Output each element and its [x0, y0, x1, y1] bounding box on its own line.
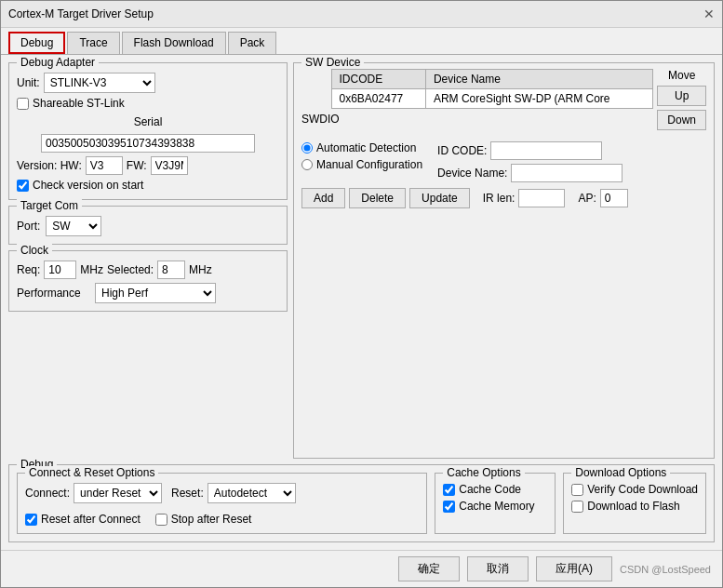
port-row: Port: SW	[17, 216, 279, 236]
top-row: Debug Adapter Unit: STLINK-V3 Shareable …	[8, 62, 715, 459]
tab-trace[interactable]: Trace	[67, 32, 119, 54]
shareable-label: Shareable ST-Link	[33, 97, 125, 110]
device-name-row: Device Name:	[437, 164, 706, 182]
titlebar: Cortex-M Target Driver Setup ✕	[1, 1, 722, 28]
stop-after-reset-checkbox[interactable]	[155, 514, 167, 526]
hw-input[interactable]	[86, 156, 123, 175]
check-version-checkbox[interactable]	[17, 180, 29, 192]
reset-after-connect-checkbox[interactable]	[25, 514, 37, 526]
verify-row: Verify Code Download	[571, 483, 698, 496]
tab-flash-download[interactable]: Flash Download	[122, 32, 226, 54]
download-options-group: Download Options Verify Code Download Do…	[563, 473, 706, 534]
connect-select[interactable]: under Reset	[74, 483, 162, 503]
radio-section: Automatic Detection Manual Configuration	[301, 138, 422, 171]
update-button[interactable]: Update	[409, 188, 470, 208]
down-button[interactable]: Down	[657, 110, 706, 130]
selected-input[interactable]	[157, 261, 185, 279]
cache-memory-row: Cache Memory	[443, 500, 547, 513]
serial-row	[17, 134, 279, 153]
debug-section: Debug Connect & Reset Options Connect: u…	[8, 464, 715, 542]
device-name-input[interactable]	[511, 164, 623, 182]
verify-checkbox[interactable]	[571, 484, 583, 496]
mhz-label1: MHz	[80, 263, 103, 276]
id-section: ID CODE: Device Name:	[437, 138, 706, 182]
fw-input[interactable]	[151, 156, 188, 175]
sw-device-table: IDCODE Device Name 0x6BA02477 ARM CoreSi…	[331, 69, 654, 109]
debug-adapter-group: Debug Adapter Unit: STLINK-V3 Shareable …	[8, 62, 288, 200]
main-window: Cortex-M Target Driver Setup ✕ Debug Tra…	[0, 0, 723, 588]
shareable-row: Shareable ST-Link	[17, 97, 279, 110]
performance-label: Performance	[17, 287, 91, 300]
cancel-button[interactable]: 取消	[467, 556, 529, 581]
clock-row: Req: MHz Selected: MHz	[17, 261, 279, 279]
target-com-group: Target Com Port: SW	[8, 206, 288, 245]
download-flash-checkbox[interactable]	[571, 501, 583, 513]
reset-select[interactable]: Autodetect	[208, 483, 296, 503]
stop-after-reset-label: Stop after Reset	[171, 513, 252, 526]
serial-input[interactable]	[41, 134, 255, 153]
stop-after-reset-row: Stop after Reset	[155, 513, 252, 526]
cache-memory-checkbox[interactable]	[443, 501, 455, 513]
action-buttons: Add Delete Update IR len: AP:	[301, 188, 706, 208]
apply-button[interactable]: 应用(A)	[536, 556, 612, 581]
close-button[interactable]: ✕	[703, 7, 715, 21]
table-container: IDCODE Device Name 0x6BA02477 ARM CoreSi…	[301, 69, 706, 130]
cache-options-group: Cache Options Cache Code Cache Memory	[435, 473, 556, 534]
port-select[interactable]: SW	[46, 216, 101, 236]
serial-label: Serial	[17, 115, 279, 128]
table-row[interactable]: 0x6BA02477 ARM CoreSight SW-DP (ARM Core	[331, 89, 653, 109]
cache-memory-label: Cache Memory	[459, 500, 534, 513]
watermark: CSDN @LostSpeed	[620, 564, 711, 575]
cache-options-label: Cache Options	[443, 466, 524, 479]
table-wrapper: IDCODE Device Name 0x6BA02477 ARM CoreSi…	[301, 69, 653, 130]
ap-label: AP:	[578, 192, 596, 205]
port-label: Port:	[17, 220, 40, 233]
shareable-checkbox[interactable]	[17, 98, 29, 110]
add-button[interactable]: Add	[301, 188, 345, 208]
device-name-cell: ARM CoreSight SW-DP (ARM Core	[425, 89, 652, 109]
sw-device-group: SW Device IDCODE Device Name	[293, 62, 715, 459]
connect-row: Connect: under Reset Reset: Autodetect	[25, 483, 419, 503]
tab-debug[interactable]: Debug	[8, 32, 65, 54]
hw-fw-row: Version: HW: FW:	[17, 156, 279, 175]
unit-label: Unit:	[17, 76, 40, 89]
target-com-label: Target Com	[17, 199, 82, 212]
clock-label: Clock	[17, 244, 52, 257]
auto-detect-radio[interactable]	[301, 142, 313, 154]
connect-reset-group: Connect & Reset Options Connect: under R…	[17, 473, 427, 534]
performance-select[interactable]: High Perf	[95, 283, 216, 303]
col-idcode: IDCODE	[331, 70, 425, 89]
delete-button[interactable]: Delete	[349, 188, 406, 208]
sw-device-label: SW Device	[301, 56, 364, 69]
tab-bar: Debug Trace Flash Download Pack	[1, 28, 722, 55]
cache-code-label: Cache Code	[459, 483, 521, 496]
bottom-bar: 确定 取消 应用(A) CSDN @LostSpeed	[1, 550, 722, 587]
unit-select[interactable]: STLINK-V3	[44, 73, 155, 93]
device-name-field-label: Device Name:	[437, 167, 507, 180]
move-label: Move	[657, 69, 706, 82]
ap-input[interactable]	[600, 189, 628, 207]
manual-config-label: Manual Configuration	[316, 158, 422, 171]
ir-len-input[interactable]	[518, 189, 565, 207]
download-options-label: Download Options	[571, 466, 670, 479]
req-input[interactable]	[44, 261, 76, 279]
mhz-label2: MHz	[189, 263, 212, 276]
tab-pack[interactable]: Pack	[228, 32, 277, 54]
unit-row: Unit: STLINK-V3	[17, 73, 279, 93]
cache-code-checkbox[interactable]	[443, 484, 455, 496]
req-label: Req:	[17, 263, 40, 276]
check-version-label: Check version on start	[33, 179, 143, 192]
fw-label: FW:	[127, 159, 147, 172]
manual-config-radio[interactable]	[301, 159, 313, 170]
reset-label: Reset:	[171, 487, 204, 500]
clock-group: Clock Req: MHz Selected: MHz Performance…	[8, 250, 288, 312]
check-version-row: Check version on start	[17, 179, 279, 192]
download-flash-row: Download to Flash	[571, 500, 698, 513]
id-code-label: ID CODE:	[437, 144, 487, 157]
ok-button[interactable]: 确定	[398, 556, 460, 581]
up-button[interactable]: Up	[657, 86, 706, 106]
id-code-input[interactable]	[490, 141, 602, 160]
move-buttons: Move Up Down	[657, 69, 706, 130]
auto-detect-label: Automatic Detection	[316, 141, 416, 154]
id-code-row: ID CODE:	[437, 141, 706, 160]
